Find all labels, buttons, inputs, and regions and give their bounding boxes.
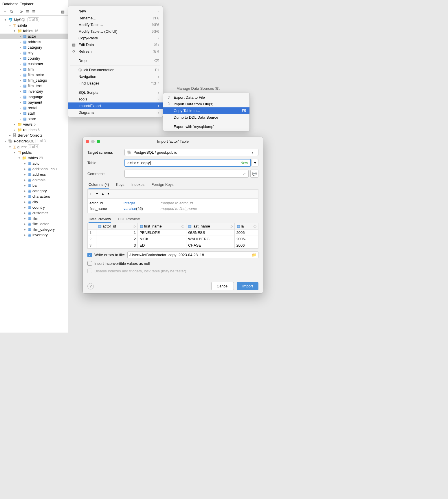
tree-table-category[interactable]: ▸▦category (0, 188, 68, 194)
minimize-icon[interactable] (91, 140, 95, 143)
ctx-modify[interactable]: Modify Table…⌘F6 (68, 21, 163, 28)
ctx-sqlscripts[interactable]: SQL Scripts› (68, 89, 163, 96)
column-row[interactable]: first_namevarchar(45)mapped to first_nam… (89, 206, 256, 211)
tree-table-customer[interactable]: ▸▦customer (0, 61, 68, 67)
tree-table-actor[interactable]: ▸▦actor (0, 161, 68, 166)
tree-tables-pg[interactable]: ▾📁tables29 (0, 155, 68, 161)
add-icon[interactable]: ＋ (89, 191, 93, 197)
import-button[interactable]: Import (237, 282, 258, 290)
tree-table-city[interactable]: ▸▦city (0, 50, 68, 56)
ctx-importexport[interactable]: Import/Export› (68, 102, 163, 109)
tree-table-bar[interactable]: ▸▦bar (0, 183, 68, 188)
column-header[interactable]: ▦ last_name ◇ (186, 223, 235, 230)
tree-table-characters[interactable]: ▸▦characters (0, 194, 68, 199)
tree-table-film[interactable]: ▸▦film (0, 67, 68, 72)
tree-table-film[interactable]: ▸▦film (0, 216, 68, 221)
tree-table-film_actor[interactable]: ▸▦film_actor (0, 221, 68, 227)
up-icon[interactable]: ▴ (102, 191, 104, 197)
ctx-new[interactable]: ＋New› (68, 7, 163, 15)
tree-sakila[interactable]: ▾◫sakila (0, 23, 68, 28)
sub-export-file[interactable]: ⤴Export Data to File (163, 94, 249, 101)
ctx-editdata[interactable]: ▦Edit Data⌘↓ (68, 41, 163, 48)
tree-table-inventory[interactable]: ▸▦inventory (0, 232, 68, 238)
zoom-icon[interactable] (97, 140, 100, 143)
tree-table-customer[interactable]: ▸▦customer (0, 210, 68, 216)
column-header[interactable]: ▦ first_name ◇ (138, 223, 186, 230)
target-schema-dropdown[interactable]: 🐘 PostgreSQL / guest.public ▾ (124, 149, 258, 156)
chevron-down-icon[interactable]: ▾ (251, 159, 258, 166)
add-icon[interactable]: ＋ (2, 9, 8, 14)
expand-icon[interactable]: ⤢ (243, 172, 246, 176)
ctx-tools[interactable]: Tools› (68, 96, 163, 102)
tree-tables-mysql[interactable]: ▾📁tables16 (0, 28, 68, 34)
column-list[interactable]: actor_idintegermapped to actor_idfirst_n… (87, 198, 258, 213)
column-header[interactable]: ▦ actor_id ◇ (96, 223, 138, 230)
column-row[interactable]: actor_idintegermapped to actor_id (89, 200, 256, 206)
comment-icon-button[interactable]: 💬 (250, 170, 258, 178)
close-icon[interactable] (86, 140, 89, 143)
tree-postgres[interactable]: ▾🐘PostgreSQL1 of 3 (0, 138, 68, 144)
sub-mysqldump[interactable]: Export with 'mysqldump' (163, 123, 249, 130)
tree-table-film_catego[interactable]: ▸▦film_catego (0, 78, 68, 83)
tree-table-city[interactable]: ▸▦city (0, 199, 68, 205)
sub-import-file[interactable]: ⤵Import Data from File(s)… (163, 101, 249, 107)
db-icon[interactable]: ☰ (25, 9, 30, 14)
help-icon[interactable]: ? (87, 283, 94, 289)
tree-table-additional_cou[interactable]: ▸▦additional_cou (0, 166, 68, 172)
tree-table-animals[interactable]: ▸▦animals (0, 177, 68, 183)
window-controls[interactable] (86, 140, 100, 143)
table-row[interactable]: 22NICKWAHLBERG2006- (88, 236, 258, 242)
table-row[interactable]: 11PENELOPEGUINESS2006- (88, 230, 258, 236)
tab-keys[interactable]: Keys (116, 181, 124, 189)
tree-table-staff[interactable]: ▸▦staff (0, 111, 68, 116)
column-header[interactable]: ▦ la ◇ (234, 223, 258, 230)
tree-table-address[interactable]: ▸▦address (0, 172, 68, 177)
table-view-icon[interactable]: ▦ (60, 9, 65, 14)
tree-table-country[interactable]: ▸▦country (0, 205, 68, 210)
folder-icon[interactable]: 📁 (252, 253, 256, 257)
copy-icon[interactable]: ⧉ (9, 9, 14, 14)
cancel-button[interactable]: Cancel (211, 282, 234, 290)
ctx-rename[interactable]: Rename…⇧F6 (68, 15, 163, 21)
tree-guest[interactable]: ▾◫guest1 of 4 (0, 144, 68, 150)
tree-table-film_text[interactable]: ▸▦film_text (0, 83, 68, 89)
remove-icon[interactable]: − (96, 191, 98, 197)
down-icon[interactable]: ▾ (107, 191, 109, 197)
tab-indexes[interactable]: Indexes (131, 181, 145, 189)
tree-table-film_actor[interactable]: ▸▦film_actor (0, 72, 68, 78)
tree-table-country[interactable]: ▸▦country (0, 56, 68, 61)
tree-table-inventory[interactable]: ▸▦inventory (0, 89, 68, 94)
ctx-findusages[interactable]: Find Usages⌥F7 (68, 80, 163, 87)
tab-data-preview[interactable]: Data Preview (89, 216, 111, 223)
ctx-diagrams[interactable]: Diagrams› (68, 109, 163, 116)
tree-table-category[interactable]: ▸▦category (0, 45, 68, 50)
tree-mysql[interactable]: ▾🐬MySQL1 of 5 (0, 17, 68, 23)
checkbox-write-errors[interactable]: ✓ (87, 253, 92, 257)
tab-foreign-keys[interactable]: Foreign Keys (151, 181, 174, 189)
table-name-input[interactable]: actor_copy New (124, 159, 251, 167)
ctx-quickdoc[interactable]: Quick DocumentationF1 (68, 67, 163, 73)
comment-input[interactable]: ⤢ (124, 170, 249, 178)
tab-ddl-preview[interactable]: DDL Preview (118, 216, 139, 223)
tree-server-objects[interactable]: ▸🗄Server Objects (0, 133, 68, 138)
errors-path-input[interactable]: /Users/JetBrains/actor_copy_2023-04-28_1… (127, 252, 258, 258)
ctx-refresh[interactable]: ⟳Refresh⌘R (68, 48, 163, 55)
tree-public[interactable]: ▾◫public (0, 150, 68, 155)
chevron-down-icon[interactable]: ▾ (249, 150, 256, 155)
ctx-modify-old[interactable]: Modify Table… (Old UI)⌘F6 (68, 28, 163, 35)
db-stop-icon[interactable]: ☰ (31, 9, 36, 14)
ctx-drop[interactable]: Drop⌫ (68, 57, 163, 64)
tree-views[interactable]: ▸📁views5 (0, 122, 68, 127)
tree-table-address[interactable]: ▸▦address (0, 39, 68, 45)
tree-table-store[interactable]: ▸▦store (0, 116, 68, 122)
tree-table-language[interactable]: ▸▦language (0, 94, 68, 100)
refresh-icon[interactable]: ⟳ (19, 9, 24, 14)
tree-table-actor[interactable]: ▸▦actor (0, 34, 68, 39)
tree-table-payment[interactable]: ▸▦payment (0, 100, 68, 105)
checkbox-insert-null[interactable] (87, 261, 92, 266)
tab-columns[interactable]: Columns (4) (89, 181, 109, 189)
tree-table-rental[interactable]: ▸▦rental (0, 105, 68, 111)
table-row[interactable]: 33EDCHASE2006 (88, 242, 258, 249)
sub-copy-table[interactable]: Copy Table to…F5 (163, 107, 249, 114)
sub-dump-ddl[interactable]: Dump to DDL Data Source (163, 114, 249, 121)
